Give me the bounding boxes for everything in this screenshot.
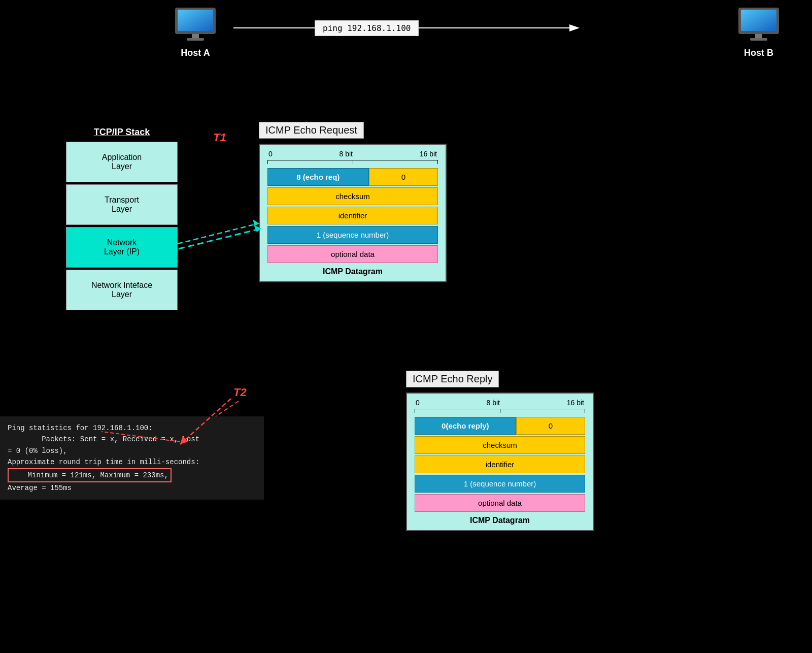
svg-rect-13 (750, 38, 767, 41)
reply-checksum-cell: checksum (415, 436, 585, 454)
bit-ruler-request: 0 8 bit 16 bit (267, 150, 438, 158)
reply-row-2: checksum (415, 436, 585, 454)
icmp-request-container: 0 8 bit 16 bit 8 (echo req) 0 checksum i… (259, 144, 447, 282)
ping-command-text: ping 192.168.1.100 (323, 23, 411, 33)
svg-rect-7 (178, 10, 213, 31)
ping-stats-line2: Packets: Sent = x, Received = x, Lost (8, 434, 256, 445)
ping-stats-line3: = 0 (0% loss), (8, 445, 256, 456)
icmp-identifier-cell: identifier (267, 207, 438, 224)
layer-application: ApplicationLayer (66, 142, 178, 182)
icmp-request-datagram-label: ICMP Datagram (267, 267, 438, 276)
svg-rect-8 (192, 34, 199, 38)
host-a-label: Host A (173, 48, 218, 58)
ruler-start: 0 (268, 150, 273, 158)
ping-stats-line4: Approximate round trip time in milli-sec… (8, 456, 256, 468)
layer-network-ip: NetworkLayer (IP) (66, 227, 178, 268)
ruler-line-reply (415, 409, 585, 414)
monitor-b-icon (736, 5, 782, 43)
reply-optional-cell: optional data (415, 494, 585, 512)
ruler-reply-start: 0 (416, 399, 420, 407)
icmp-row-1: 8 (echo req) 0 (267, 168, 438, 186)
svg-rect-9 (187, 38, 204, 41)
icmp-code-cell: 0 (369, 168, 438, 186)
reply-row-1: 0(echo reply) 0 (415, 417, 585, 435)
ruler-mid: 8 bit (340, 150, 353, 158)
reply-row-4: 1 (sequence number) (415, 475, 585, 493)
reply-type-cell: 0(echo reply) (415, 417, 516, 435)
icmp-reply-container: 0 8 bit 16 bit 0(echo reply) 0 checksum … (406, 393, 594, 531)
svg-marker-1 (253, 219, 259, 226)
stack-title: TCP/IP Stack (66, 127, 178, 138)
icmp-checksum-cell: checksum (267, 187, 438, 205)
ruler-reply-mid: 8 bit (487, 399, 500, 407)
ping-stats-line1: Ping statistics for 192.168.1.100: (8, 422, 256, 434)
ping-stats-line5: Minimum = 121ms, Maximum = 233ms, (8, 468, 172, 482)
reply-row-3: identifier (415, 455, 585, 473)
monitor-a-icon (173, 5, 218, 43)
icmp-row-5: optional data (267, 245, 438, 263)
ping-command-box: ping 192.168.1.100 (315, 20, 419, 36)
ping-stats-line6: Average = 155ms (8, 482, 256, 494)
icmp-optional-cell: optional data (267, 245, 438, 263)
reply-identifier-cell: identifier (415, 455, 585, 473)
host-b: Host B (736, 5, 782, 58)
svg-rect-11 (741, 10, 776, 31)
diagram-arrows (0, 0, 812, 653)
ping-statistics-box: Ping statistics for 192.168.1.100: Packe… (0, 416, 264, 500)
icmp-sequence-cell: 1 (sequence number) (267, 226, 438, 244)
arrows-overlay (0, 0, 812, 653)
icmp-reply-title: ICMP Echo Reply (406, 371, 499, 387)
layer-network-interface: Network IntefaceLayer (66, 270, 178, 310)
icmp-type-cell: 8 (echo req) (267, 168, 369, 186)
icmp-reply-diagram: ICMP Echo Reply 0 8 bit 16 bit 0(echo re… (406, 371, 594, 531)
bit-ruler-reply: 0 8 bit 16 bit (415, 399, 585, 407)
t2-label: T2 (233, 386, 247, 399)
ruler-reply-end: 16 bit (567, 399, 584, 407)
reply-row-5: optional data (415, 494, 585, 512)
svg-line-14 (179, 228, 261, 249)
icmp-row-2: checksum (267, 187, 438, 205)
ruler-end: 16 bit (420, 150, 437, 158)
t1-label: T1 (213, 131, 226, 144)
icmp-request-title: ICMP Echo Request (259, 122, 364, 139)
ruler-line (267, 160, 438, 165)
icmp-row-3: identifier (267, 207, 438, 224)
host-a: Host A (173, 5, 218, 58)
svg-rect-12 (755, 34, 762, 38)
reply-sequence-cell: 1 (sequence number) (415, 475, 585, 493)
icmp-reply-datagram-label: ICMP Datagram (415, 516, 585, 525)
host-b-label: Host B (736, 48, 782, 58)
icmp-request-diagram: ICMP Echo Request 0 8 bit 16 bit 8 (echo… (259, 122, 447, 282)
reply-code-cell: 0 (516, 417, 585, 435)
tcpip-stack: TCP/IP Stack ApplicationLayer TransportL… (66, 127, 178, 312)
layer-transport: TransportLayer (66, 184, 178, 225)
svg-line-0 (178, 223, 259, 244)
icmp-row-4: 1 (sequence number) (267, 226, 438, 244)
